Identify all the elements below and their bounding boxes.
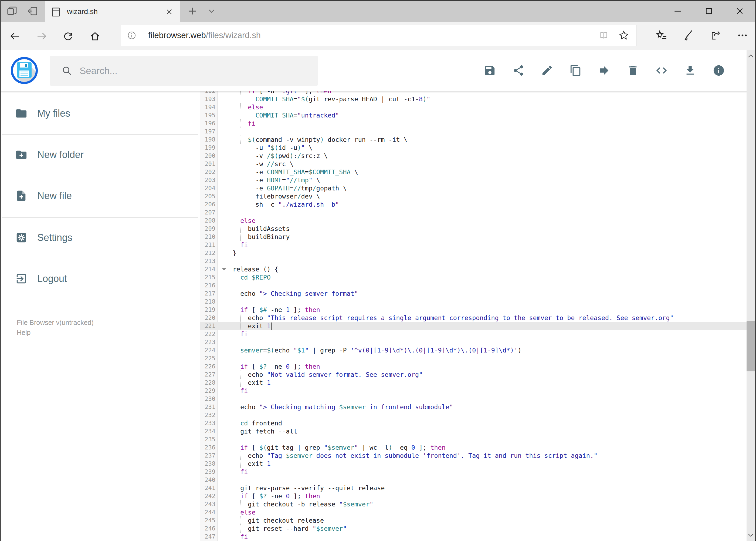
more-options-icon[interactable] <box>737 29 748 41</box>
move-button[interactable] <box>596 62 613 79</box>
web-note-pen-icon[interactable] <box>682 29 694 41</box>
code-line[interactable]: 234 git fetch --all <box>200 427 748 435</box>
help-link[interactable]: Help <box>17 327 94 337</box>
code-line[interactable]: 236 if [ $(git tag | grep "$semver" | wc… <box>200 443 748 452</box>
code-line[interactable]: 194 else <box>200 103 748 111</box>
code-line[interactable]: 223 <box>200 338 748 346</box>
home-icon[interactable] <box>90 31 101 42</box>
info-button[interactable] <box>710 62 727 79</box>
code-line[interactable]: 243 git checkout -b release "$semver" <box>200 500 748 508</box>
scroll-up-icon[interactable] <box>747 53 754 60</box>
code-line[interactable]: 202 -e COMMIT_SHA=$COMMIT_SHA \ <box>200 168 748 176</box>
code-line[interactable]: 226 if [ $? -ne 0 ]; then <box>200 362 748 370</box>
code-line[interactable]: 219 if [ $# -ne 1 ]; then <box>200 306 748 314</box>
window-maximize-button[interactable] <box>693 0 724 22</box>
filebrowser-logo[interactable] <box>11 57 38 84</box>
code-line[interactable]: 247 fi <box>200 533 748 541</box>
code-line[interactable]: 229 fi <box>200 387 748 395</box>
code-line[interactable]: 233 cd frontend <box>200 419 748 427</box>
share-button[interactable] <box>510 62 527 79</box>
hub-favorites-icon[interactable] <box>655 29 667 41</box>
code-line[interactable]: 218 <box>200 297 748 306</box>
code-line[interactable]: 222 fi <box>200 330 748 338</box>
code-line[interactable]: 239 fi <box>200 468 748 476</box>
refresh-icon[interactable] <box>63 31 74 42</box>
tab-close-icon[interactable] <box>165 7 174 16</box>
back-icon[interactable] <box>10 31 21 42</box>
code-line[interactable]: 199 -u "$(id -u)" \ <box>200 144 748 152</box>
code-line[interactable]: 225 <box>200 354 748 362</box>
window-minimize-button[interactable] <box>662 0 693 22</box>
save-button[interactable] <box>481 62 499 79</box>
code-line[interactable]: 210 buildBinary <box>200 233 748 241</box>
reading-view-icon[interactable] <box>598 29 610 41</box>
favorite-star-icon[interactable] <box>618 29 630 41</box>
forward-icon[interactable] <box>36 31 47 42</box>
edit-button[interactable] <box>539 62 556 79</box>
code-line[interactable]: 245 git checkout release <box>200 516 748 525</box>
tab-preview-icon[interactable] <box>7 6 18 16</box>
code-line[interactable]: 203 -e HOME="//tmp" \ <box>200 176 748 184</box>
search-box[interactable] <box>50 56 318 86</box>
copy-button[interactable] <box>567 62 584 79</box>
code-line[interactable]: 244 else <box>200 508 748 516</box>
code-line[interactable]: 196 fi <box>200 119 748 128</box>
site-info-icon[interactable] <box>127 31 136 40</box>
search-input[interactable] <box>80 65 296 76</box>
code-line[interactable]: 197 <box>200 128 748 136</box>
code-line[interactable]: 211 fi <box>200 241 748 249</box>
code-line[interactable]: 206 sh -c "./wizard.sh -b" <box>200 201 748 209</box>
sidebar-item-new-folder[interactable]: New folder <box>15 146 84 164</box>
code-line[interactable]: 220 echo "This release script requires a… <box>200 314 748 322</box>
code-line[interactable]: 232 <box>200 411 748 419</box>
page-scrollbar[interactable] <box>747 50 755 541</box>
code-line[interactable]: 200 -v /$(pwd):/src:z \ <box>200 152 748 160</box>
share-icon[interactable] <box>710 29 721 41</box>
scrollbar-thumb[interactable] <box>747 321 755 371</box>
code-line[interactable]: 241 git rev-parse --verify --quiet relea… <box>200 484 748 492</box>
code-line[interactable]: 235 <box>200 435 748 443</box>
code-editor[interactable]: 192 if [ -d ".git" ]; then193 COMMIT_SHA… <box>200 50 748 541</box>
code-line[interactable]: 193 COMMIT_SHA="$(git rev-parse HEAD | c… <box>200 95 748 103</box>
browser-tab[interactable]: wizard.sh <box>45 1 180 22</box>
code-line[interactable]: 217 echo "> Checking semver format" <box>200 289 748 297</box>
sidebar-item-logout[interactable]: Logout <box>15 270 67 287</box>
fold-marker-icon[interactable] <box>222 268 226 270</box>
code-line[interactable]: 198 $(command -v winpty) docker run --rm… <box>200 136 748 144</box>
sidebar-item-new-file[interactable]: New file <box>15 187 72 205</box>
window-close-button[interactable] <box>724 0 755 22</box>
scroll-down-icon[interactable] <box>747 532 754 538</box>
code-line[interactable]: 231 echo "> Checking matching $semver in… <box>200 403 748 411</box>
sidebar-item-my-files[interactable]: My files <box>15 105 70 122</box>
delete-button[interactable] <box>624 62 641 79</box>
address-bar[interactable]: filebrowser.web/files/wizard.sh <box>121 25 636 46</box>
code-line[interactable]: 246 git reset --hard "$semver" <box>200 525 748 533</box>
code-line[interactable]: 230 <box>200 395 748 403</box>
code-line[interactable]: 237 echo "Tag $semver does not exist in … <box>200 452 748 460</box>
code-line[interactable]: 224 semver=$(echo "$1" | grep -P '^v(0|[… <box>200 346 748 354</box>
code-line[interactable]: 242 if [ $? -ne 0 ]; then <box>200 492 748 500</box>
sidebar-item-settings[interactable]: Settings <box>15 229 72 246</box>
code-line[interactable]: 195 COMMIT_SHA="untracked" <box>200 111 748 119</box>
code-line[interactable]: 208 else <box>200 217 748 225</box>
set-tabs-aside-icon[interactable] <box>27 6 38 16</box>
code-line[interactable]: 212} <box>200 249 748 257</box>
code-line[interactable]: 240 <box>200 476 748 484</box>
code-line[interactable]: 213 <box>200 257 748 265</box>
new-tab-button[interactable] <box>187 6 198 16</box>
code-line[interactable]: 209 buildAssets <box>200 225 748 233</box>
download-button[interactable] <box>681 62 699 79</box>
code-line[interactable]: 207 <box>200 209 748 217</box>
code-line[interactable]: 238 exit 1 <box>200 460 748 468</box>
raw-code-button[interactable] <box>653 62 670 79</box>
code-line[interactable]: 216 <box>200 281 748 289</box>
code-line[interactable]: 228 exit 1 <box>200 379 748 387</box>
code-line[interactable]: 215 cd $REPO <box>200 273 748 281</box>
code-line[interactable]: 227 echo "Not valid semver format. See s… <box>200 370 748 379</box>
code-line[interactable]: 221 exit 1 <box>200 322 748 330</box>
code-line[interactable]: 204 -e GOPATH=//tmp/gopath \ <box>200 184 748 192</box>
code-line[interactable]: 201 -w //src \ <box>200 160 748 168</box>
code-line[interactable]: 214release () { <box>200 265 748 273</box>
code-line[interactable]: 205 filebrowser/dev \ <box>200 192 748 201</box>
tab-list-chevron-icon[interactable] <box>207 6 216 16</box>
